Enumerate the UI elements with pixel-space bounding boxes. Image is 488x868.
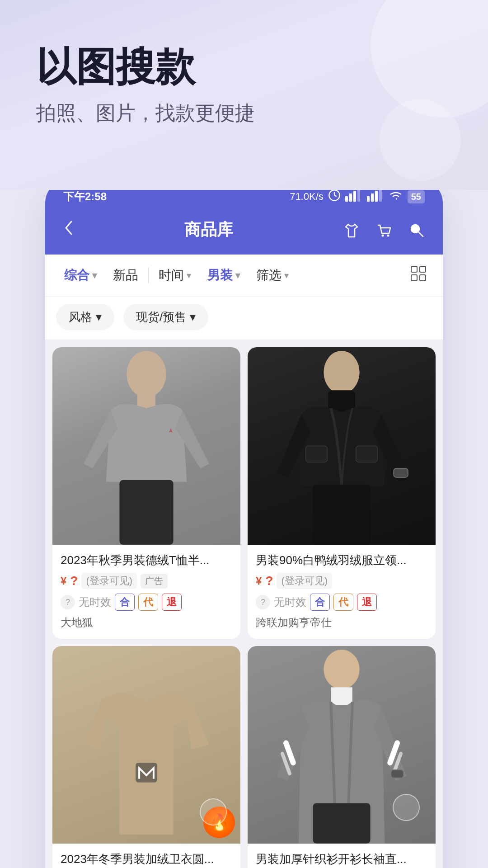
product-image-2 <box>248 347 436 545</box>
price-row-2: ¥ ? (登录可见) <box>256 573 427 589</box>
filter-bar: 综合 ▾ 新品 时间 ▾ 男装 ▾ 筛选 ▾ <box>45 255 443 297</box>
product-card-1[interactable]: 2023年秋季男装德绒T恤半... ¥ ? (登录可见) 广告 ? 无时效 合 … <box>52 347 240 639</box>
product-name-3: 2023年冬季男装加绒卫衣圆... <box>61 851 232 867</box>
svg-rect-6 <box>357 189 360 202</box>
stock-filter-btn[interactable]: 现货/预售 ▾ <box>123 304 208 330</box>
tag-tui-1: 退 <box>162 594 182 611</box>
search-icon[interactable] <box>407 220 427 240</box>
shirt-icon[interactable] <box>342 220 361 240</box>
hero-subtitle: 拍照、图片，找款更便捷 <box>36 100 452 127</box>
svg-rect-24 <box>306 446 328 462</box>
price-symbol-2: ¥ <box>256 575 262 587</box>
svg-point-12 <box>387 234 389 236</box>
page-title: 商品库 <box>184 219 233 241</box>
status-time: 下午2:58 <box>63 189 107 204</box>
svg-point-11 <box>382 234 384 236</box>
product-image-1 <box>52 347 240 545</box>
svg-line-2 <box>334 195 337 196</box>
product-card-2[interactable]: 男装90%白鸭绒羽绒服立领... ¥ ? (登录可见) ? 无时效 合 代 退 … <box>248 347 436 639</box>
product-info-2: 男装90%白鸭绒羽绒服立领... ¥ ? (登录可见) ? 无时效 合 代 退 … <box>248 545 436 639</box>
filter-menswear[interactable]: 男装 ▾ <box>199 263 248 288</box>
svg-rect-3 <box>345 196 348 202</box>
svg-rect-7 <box>367 196 370 202</box>
cart-icon[interactable] <box>374 220 394 240</box>
svg-rect-18 <box>420 275 426 281</box>
price-note-2: (登录可见) <box>277 573 332 589</box>
svg-rect-25 <box>356 446 378 462</box>
logo-mark <box>165 426 176 437</box>
svg-line-14 <box>418 232 423 236</box>
circle-overlay-4 <box>393 794 420 821</box>
back-button[interactable] <box>61 218 76 242</box>
network-speed: 71.0K/s <box>290 191 324 203</box>
tag-dai-1: 代 <box>138 594 158 611</box>
status-icons: 71.0K/s <box>290 189 425 204</box>
wifi-icon <box>389 189 403 204</box>
style-filter-btn[interactable]: 风格 ▾ <box>56 304 114 330</box>
sub-filter-arrow-2: ▾ <box>190 310 196 324</box>
price-value-2: ? <box>265 574 273 588</box>
svg-rect-16 <box>420 266 426 272</box>
product-info-3: 2023年冬季男装加绒卫衣圆... ¥ ? (登录可见) <box>52 844 240 868</box>
product-info-1: 2023年秋季男装德绒T恤半... ¥ ? (登录可见) 广告 ? 无时效 合 … <box>52 545 240 639</box>
svg-rect-32 <box>313 803 370 844</box>
svg-rect-8 <box>371 193 374 202</box>
svg-point-19 <box>127 351 166 397</box>
filter-time[interactable]: 时间 ▾ <box>150 263 199 288</box>
signal-bars-2 <box>367 189 384 204</box>
price-symbol-1: ¥ <box>61 575 66 587</box>
svg-point-22 <box>324 351 359 394</box>
product-image-4 <box>248 646 436 844</box>
shop-name-2: 跨联加购亨帝仕 <box>256 615 427 630</box>
circle-overlay-3 <box>200 798 227 826</box>
phone-mockup: 下午2:58 71.0K/s <box>0 181 488 868</box>
filter-screen[interactable]: 筛选 ▾ <box>248 263 297 288</box>
filter-arrow-2: ▾ <box>187 270 191 281</box>
svg-rect-31 <box>391 770 404 778</box>
filter-comprehensive[interactable]: 综合 ▾ <box>56 263 105 288</box>
filter-new[interactable]: 新品 <box>105 263 146 288</box>
filter-arrow-3: ▾ <box>235 270 240 281</box>
product-card-3[interactable]: 🔥 2023年冬季男装加绒卫衣圆... ¥ ? (登录可见) <box>52 646 240 868</box>
phone-frame: 下午2:58 71.0K/s <box>45 181 443 868</box>
svg-rect-4 <box>349 193 352 202</box>
svg-rect-15 <box>411 266 417 272</box>
validity-text-1: 无时效 <box>79 595 111 609</box>
meta-row-2: ? 无时效 合 代 退 <box>256 594 427 611</box>
price-note-1: (登录可见) <box>81 573 137 589</box>
svg-rect-10 <box>379 189 382 202</box>
app-header: 商品库 <box>45 211 443 255</box>
shop-name-1: 大地狐 <box>61 615 232 630</box>
product-grid: 2023年秋季男装德绒T恤半... ¥ ? (登录可见) 广告 ? 无时效 合 … <box>45 340 443 868</box>
tag-he-1: 合 <box>115 594 135 611</box>
svg-rect-30 <box>331 688 352 706</box>
battery-icon: 55 <box>408 190 425 203</box>
product-card-4[interactable]: 男装加厚针织衫开衫长袖直... ¥ ? (登录可见) <box>248 646 436 868</box>
validity-icon-2: ? <box>256 595 270 609</box>
tag-he-2: 合 <box>310 594 330 611</box>
tag-dai-2: 代 <box>333 594 353 611</box>
signal-icons <box>328 189 341 204</box>
svg-rect-17 <box>411 275 417 281</box>
sub-filter-arrow: ▾ <box>96 310 102 324</box>
filter-divider <box>148 267 149 283</box>
meta-row-1: ? 无时效 合 代 退 <box>61 594 232 611</box>
product-image-3: 🔥 <box>52 646 240 844</box>
svg-rect-26 <box>394 468 408 477</box>
svg-rect-9 <box>375 191 378 202</box>
ad-badge-1: 广告 <box>141 574 168 589</box>
hero-title: 以图搜款 <box>36 45 452 89</box>
validity-icon-1: ? <box>61 595 75 609</box>
svg-rect-5 <box>353 191 356 202</box>
product-info-4: 男装加厚针织衫开衫长袖直... ¥ ? (登录可见) <box>248 844 436 868</box>
price-row-1: ¥ ? (登录可见) 广告 <box>61 573 232 589</box>
sub-filter-bar: 风格 ▾ 现货/预售 ▾ <box>45 297 443 340</box>
svg-point-29 <box>324 650 359 689</box>
grid-toggle[interactable] <box>405 262 432 289</box>
product-name-4: 男装加厚针织衫开衫长袖直... <box>256 851 427 867</box>
signal-bars-1 <box>345 189 362 204</box>
svg-rect-27 <box>313 485 370 545</box>
product-name-1: 2023年秋季男装德绒T恤半... <box>61 552 232 568</box>
product-name-2: 男装90%白鸭绒羽绒服立领... <box>256 552 427 568</box>
header-action-icons <box>342 220 427 240</box>
